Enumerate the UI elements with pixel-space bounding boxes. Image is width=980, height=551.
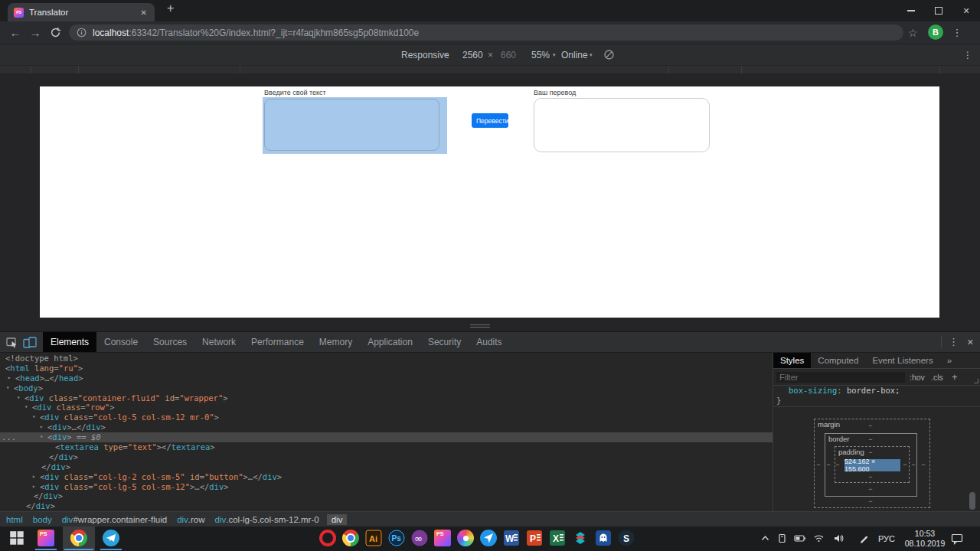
padding-bottom-value[interactable]: − [867, 473, 874, 481]
rotate-viewport-icon[interactable] [603, 44, 615, 65]
padding-right-value[interactable]: − [901, 461, 909, 468]
padding-left-value[interactable]: − [834, 461, 841, 468]
more-tabs-icon[interactable]: » [940, 353, 959, 368]
breadcrumb-item[interactable]: div [327, 514, 348, 525]
devtools-close-icon[interactable]: ✕ [967, 332, 974, 352]
dom-tree-node[interactable]: </div> [0, 491, 773, 501]
devtools-tab-console[interactable]: Console [96, 332, 145, 352]
css-value[interactable]: border-box; [847, 386, 900, 395]
dom-tree-node[interactable]: ▸<div class="col-lg-5 col-sm-12">…</div> [0, 482, 773, 492]
styles-scrollbar-thumb[interactable] [969, 492, 975, 510]
breadcrumb-item[interactable]: div.row [177, 515, 204, 524]
source-textarea[interactable] [264, 99, 439, 151]
styles-tab-event-listeners[interactable]: Event Listeners [865, 353, 939, 368]
expand-arrow-icon[interactable]: ▸ [32, 482, 36, 492]
taskbar-dark-s-app-icon[interactable]: S [618, 530, 635, 546]
taskbar-visual-studio-icon[interactable]: ∞ [411, 530, 428, 546]
margin-bottom-value[interactable]: − [867, 497, 874, 505]
taskbar-opera-icon[interactable] [319, 530, 336, 546]
devtools-tab-network[interactable]: Network [194, 332, 243, 352]
border-left-value[interactable]: − [825, 461, 832, 468]
viewport-resize-handle[interactable] [470, 324, 490, 329]
language-indicator[interactable]: РУС [878, 527, 895, 551]
restore-button[interactable] [925, 0, 952, 21]
new-tab-button[interactable]: + [167, 2, 174, 15]
css-rule[interactable]: box-sizing: border-box; } [773, 386, 980, 406]
dom-tree-node[interactable]: ▾<div class="col-lg-5 col-sm-12 mr-0"> [0, 412, 773, 422]
collapse-arrow-icon[interactable]: ▾ [17, 393, 21, 403]
throttling-select[interactable]: Online [561, 44, 588, 65]
dom-tree-node-selected[interactable]: ...▾<div> == $0 [0, 432, 773, 442]
devtools-tab-memory[interactable]: Memory [312, 332, 360, 352]
taskbar-s-logo-app-icon[interactable] [572, 530, 589, 546]
browser-menu-icon[interactable]: ⋮ [951, 21, 963, 44]
taskbar-powerpoint-icon[interactable]: P [526, 530, 543, 546]
margin-right-value[interactable]: − [920, 461, 927, 468]
back-icon[interactable]: ← [6, 21, 24, 44]
dom-tree-node[interactable]: ▾<div class="row"> [0, 403, 773, 412]
taskbar-word-icon[interactable]: W [503, 530, 520, 546]
taskbar-telegram-icon[interactable] [103, 530, 119, 546]
throttling-dropdown-icon[interactable]: ▾ [590, 44, 593, 65]
taskbar-color-wheel-app-icon[interactable] [457, 530, 474, 546]
viewport-height-input[interactable]: 660 [501, 44, 516, 65]
reload-icon[interactable] [46, 21, 64, 44]
windows-ink-pen-icon[interactable] [858, 533, 870, 544]
close-button[interactable]: ✕ [952, 0, 980, 21]
expand-arrow-icon[interactable]: ▸ [8, 373, 11, 383]
forward-icon[interactable]: → [26, 21, 44, 44]
new-rule-button[interactable]: + [952, 369, 958, 386]
dom-tree-node[interactable]: ▸<div class="col-lg-2 col-sm-5" id="butt… [0, 472, 773, 482]
toggle-classes-button[interactable]: .cls [931, 369, 943, 386]
border-bottom-value[interactable]: − [867, 485, 874, 493]
dom-tree-node[interactable]: </div> [0, 452, 773, 462]
border-right-value[interactable]: − [910, 461, 917, 468]
tray-device-icon[interactable] [776, 533, 788, 544]
collapse-arrow-icon[interactable]: ▾ [40, 432, 44, 442]
devtools-tab-sources[interactable]: Sources [145, 332, 194, 352]
breadcrumb-item[interactable]: html [6, 515, 23, 524]
minimize-button[interactable] [897, 0, 925, 21]
dom-tree-node[interactable]: ▾<div class="container-fluid" id="wrappe… [0, 393, 773, 403]
browser-tab[interactable]: PS Translator ✕ [8, 3, 155, 21]
translate-button[interactable]: Перевести [472, 113, 508, 128]
taskbar-chrome-secondary-icon[interactable] [342, 530, 359, 546]
inspect-element-icon[interactable] [6, 337, 18, 348]
dom-tree-node[interactable]: <html lang="ru"> [0, 364, 773, 373]
bookmark-star-icon[interactable]: ☆ [908, 21, 918, 44]
dom-tree-node[interactable]: ▾<body> [0, 383, 773, 393]
profile-avatar[interactable]: B [928, 24, 943, 40]
collapse-arrow-icon[interactable]: ▾ [6, 383, 10, 393]
dom-tree-node[interactable]: ▸<head>…</head> [0, 373, 773, 383]
clock[interactable]: 10:53 08.10.2019 [903, 529, 946, 549]
expand-arrow-icon[interactable]: ▸ [40, 422, 44, 432]
taskbar-illustrator-icon[interactable]: Ai [365, 530, 382, 546]
taskbar-phpstorm-icon[interactable]: PS [38, 530, 54, 546]
margin-left-value[interactable]: − [815, 461, 822, 468]
margin-top-value[interactable]: − [867, 422, 874, 429]
taskbar-navigator-app-icon[interactable] [480, 530, 497, 546]
device-toolbar-toggle-icon[interactable] [23, 337, 37, 348]
translation-textarea[interactable] [534, 98, 710, 152]
address-bar[interactable]: localhost:63342/Translator%20G/index.htm… [69, 24, 903, 41]
url-text[interactable]: localhost:63342/Translator%20G/index.htm… [93, 28, 419, 38]
collapse-arrow-icon[interactable]: ▾ [24, 403, 28, 412]
styles-tab-computed[interactable]: Computed [811, 353, 865, 368]
devtools-menu-icon[interactable]: ⋮ [949, 332, 959, 352]
devtools-tab-audits[interactable]: Audits [469, 332, 509, 352]
breadcrumb-item[interactable]: body [33, 515, 52, 524]
tab-close-icon[interactable]: ✕ [139, 8, 149, 17]
breadcrumb-item[interactable]: div#wrapper.container-fluid [62, 515, 167, 524]
device-type-select[interactable]: Responsive [401, 44, 449, 65]
dom-tree-node[interactable]: <textarea type="text"></textarea> [0, 442, 773, 452]
site-info-icon[interactable] [77, 28, 87, 37]
volume-icon[interactable] [833, 533, 844, 544]
node-options-icon[interactable]: ... [2, 432, 16, 442]
taskbar-phpstorm-pinned-icon[interactable]: PS [434, 530, 451, 546]
zoom-select[interactable]: 55% [531, 44, 550, 65]
styles-tab-styles[interactable]: Styles [773, 353, 811, 368]
dom-tree-node[interactable]: </div> [0, 462, 773, 472]
dom-tree-node[interactable]: </div> [0, 501, 773, 511]
taskbar-photoshop-icon[interactable]: Ps [388, 530, 405, 546]
zoom-dropdown-icon[interactable]: ▾ [553, 44, 556, 65]
